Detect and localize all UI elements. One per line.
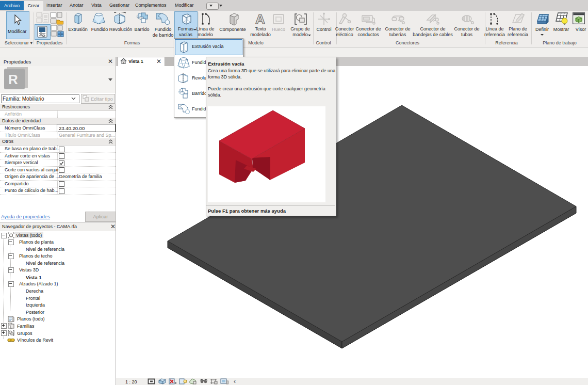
svg-text:A: A (255, 12, 265, 26)
